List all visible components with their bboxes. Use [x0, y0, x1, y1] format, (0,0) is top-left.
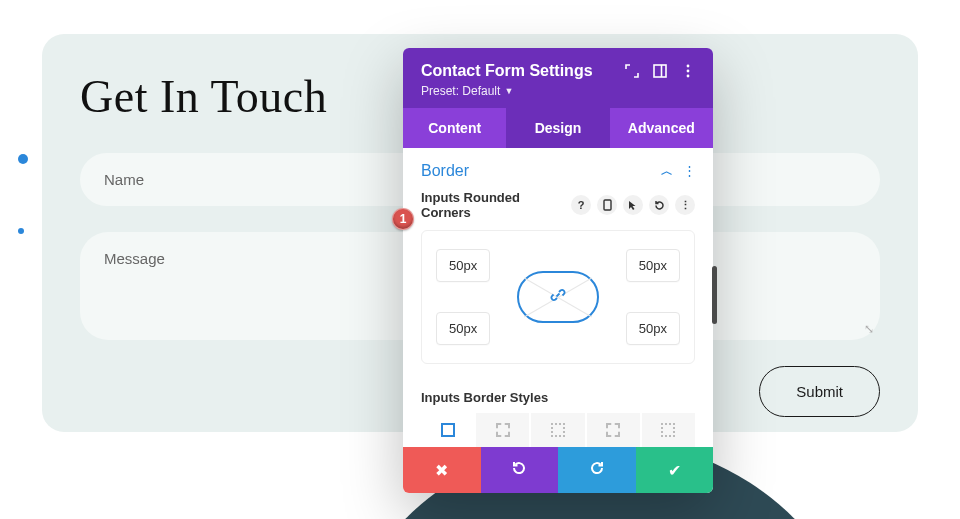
- check-icon: ✔: [668, 461, 681, 480]
- caret-down-icon: ▼: [504, 86, 513, 96]
- annotation-marker: 1: [392, 208, 414, 230]
- rounded-corners-option: Inputs Rounded Corners ? ⋮ 50px 50px: [403, 190, 713, 390]
- tab-advanced[interactable]: Advanced: [610, 108, 713, 148]
- modal-title: Contact Form Settings: [421, 62, 593, 80]
- svg-point-4: [687, 75, 690, 78]
- corner-top-right-input[interactable]: 50px: [626, 249, 680, 282]
- submit-button[interactable]: Submit: [759, 366, 880, 417]
- redo-button[interactable]: [558, 447, 636, 493]
- undo-icon: [510, 459, 528, 481]
- tab-design[interactable]: Design: [506, 108, 609, 148]
- more-icon[interactable]: ⋮: [675, 195, 695, 215]
- modal-tabs: Content Design Advanced: [403, 108, 713, 148]
- tab-content[interactable]: Content: [403, 108, 506, 148]
- section-title: Border: [421, 162, 469, 180]
- border-style-dotted-alt[interactable]: [642, 413, 695, 447]
- border-style-dashed[interactable]: [476, 413, 529, 447]
- name-placeholder: Name: [104, 171, 144, 188]
- corner-bottom-left-input[interactable]: 50px: [436, 312, 490, 345]
- svg-rect-5: [604, 200, 611, 210]
- link-corners-toggle[interactable]: [517, 271, 599, 323]
- redo-icon: [588, 459, 606, 481]
- expand-icon[interactable]: [625, 64, 639, 78]
- submit-label: Submit: [796, 383, 843, 400]
- border-styles-row: [403, 413, 713, 447]
- border-style-dashed-alt[interactable]: [587, 413, 640, 447]
- corners-panel: 50px 50px 50px 50px: [421, 230, 695, 364]
- svg-rect-0: [654, 65, 666, 77]
- message-placeholder: Message: [104, 250, 165, 267]
- border-styles-label: Inputs Border Styles: [403, 390, 713, 413]
- border-style-solid[interactable]: [421, 413, 474, 447]
- more-icon[interactable]: ⋮: [683, 168, 695, 174]
- scrollbar[interactable]: [712, 266, 717, 324]
- cancel-button[interactable]: ✖: [403, 447, 481, 493]
- section-header: Border ︿ ⋮: [403, 148, 713, 190]
- confirm-button[interactable]: ✔: [636, 447, 714, 493]
- decorative-dot-icon: [18, 228, 24, 234]
- link-icon: [550, 287, 566, 307]
- undo-button[interactable]: [481, 447, 559, 493]
- close-icon: ✖: [435, 461, 448, 480]
- resize-handle-icon[interactable]: ⤡: [864, 322, 874, 336]
- preset-selector[interactable]: Preset: Default ▼: [421, 84, 593, 98]
- modal-footer: ✖ ✔: [403, 447, 713, 493]
- rounded-corners-label: Inputs Rounded Corners: [421, 190, 563, 220]
- more-icon[interactable]: [681, 64, 695, 78]
- reset-icon[interactable]: [649, 195, 669, 215]
- corner-top-left-input[interactable]: 50px: [436, 249, 490, 282]
- decorative-dot-icon: [18, 154, 28, 164]
- annotation-number: 1: [400, 212, 407, 226]
- settings-modal: Contact Form Settings Preset: Default ▼ …: [403, 48, 713, 493]
- preset-label: Preset: Default: [421, 84, 500, 98]
- hover-icon[interactable]: [623, 195, 643, 215]
- border-style-dotted[interactable]: [531, 413, 584, 447]
- layout-icon[interactable]: [653, 64, 667, 78]
- corner-bottom-right-input[interactable]: 50px: [626, 312, 680, 345]
- svg-point-3: [687, 70, 690, 73]
- collapse-icon[interactable]: ︿: [661, 163, 673, 180]
- help-icon[interactable]: ?: [571, 195, 591, 215]
- phone-icon[interactable]: [597, 195, 617, 215]
- svg-point-2: [687, 65, 690, 68]
- modal-header: Contact Form Settings Preset: Default ▼: [403, 48, 713, 108]
